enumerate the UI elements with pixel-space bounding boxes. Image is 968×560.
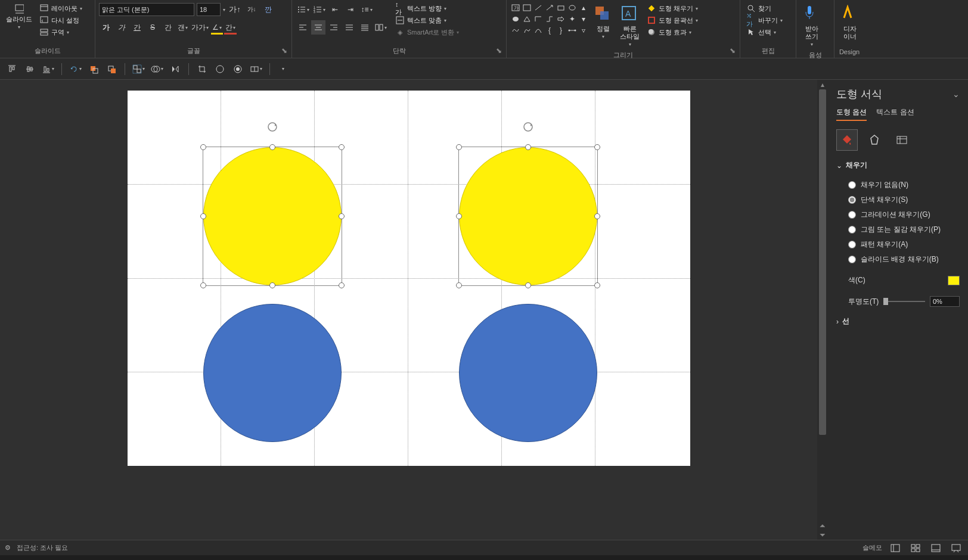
fill-line-tab-button[interactable] xyxy=(836,129,858,151)
shape-line-icon[interactable] xyxy=(533,2,544,13)
line-spacing-button[interactable]: ↕≡▾ xyxy=(359,2,374,17)
shape-oval-filled-icon[interactable] xyxy=(510,14,521,24)
shape-freeform-icon[interactable] xyxy=(522,25,532,36)
resize-handle-n[interactable] xyxy=(525,144,531,150)
resize-handle-ne[interactable] xyxy=(594,144,600,150)
resize-handle-sw[interactable] xyxy=(200,282,206,288)
view-normal-button[interactable] xyxy=(888,542,902,554)
view-slideshow-button[interactable] xyxy=(949,542,963,554)
reset-button[interactable]: 다시 설정 xyxy=(37,14,85,26)
scroll-next-button[interactable]: ⏷ xyxy=(817,530,828,540)
transparency-input[interactable] xyxy=(930,296,960,307)
paragraph-launcher[interactable]: ⬊ xyxy=(495,47,502,54)
align-justify-button[interactable] xyxy=(342,20,356,35)
rotate-handle[interactable] xyxy=(266,121,278,133)
select-button[interactable]: 선택 ▾ xyxy=(744,26,785,38)
merge-button[interactable]: ▾ xyxy=(150,62,165,76)
scroll-prev-button[interactable]: ⏶ xyxy=(817,521,828,530)
dictate-button[interactable]: 받아 쓰기 ▾ xyxy=(800,2,824,49)
shape-scribble-icon[interactable] xyxy=(510,25,521,36)
bullets-button[interactable]: ▾ xyxy=(296,2,311,17)
arrange-button[interactable]: 정렬 ▾ xyxy=(591,2,615,42)
shapes-more[interactable]: ▿ xyxy=(578,25,589,36)
shape-oval-blue-right[interactable] xyxy=(459,304,597,442)
resize-handle-e[interactable] xyxy=(339,213,345,219)
tab-shape-options[interactable]: 도형 옵션 xyxy=(836,107,867,121)
underline-button[interactable]: 간 xyxy=(130,20,144,35)
shape-star-icon[interactable]: ✦ xyxy=(567,14,578,24)
send-backward-button[interactable] xyxy=(104,62,119,76)
memo-button[interactable]: 슬메모 xyxy=(862,543,882,552)
more-button[interactable]: ▾ xyxy=(276,62,290,76)
shape-arc-icon[interactable] xyxy=(533,25,544,36)
shapes-scroll-up[interactable]: ▴ xyxy=(578,2,589,13)
new-slide-button[interactable]: 슬라이드 ▾ xyxy=(4,2,35,32)
align-center-button[interactable] xyxy=(311,20,325,35)
resize-handle-n[interactable] xyxy=(269,144,275,150)
resize-handle-w[interactable] xyxy=(200,213,206,219)
align-top-button[interactable] xyxy=(5,62,19,76)
fill-color-swatch[interactable] xyxy=(948,276,960,285)
font-size-select[interactable] xyxy=(197,3,221,16)
columns-button[interactable]: ▾ xyxy=(373,20,388,35)
scroll-up-button[interactable]: ▴ xyxy=(817,80,828,89)
format-pane-dropdown[interactable]: ⌄ xyxy=(953,89,960,99)
flip-button[interactable] xyxy=(168,62,182,76)
align-right-button[interactable] xyxy=(327,20,341,35)
fill-slidebg-radio[interactable]: 슬라이드 배경 채우기(B) xyxy=(848,254,960,265)
resize-handle-s[interactable] xyxy=(525,282,531,288)
increase-indent-button[interactable]: ⇥ xyxy=(343,2,358,17)
designer-button[interactable]: 디자 이너 xyxy=(838,2,862,43)
effects-tab-button[interactable] xyxy=(864,129,885,151)
rotate-handle[interactable] xyxy=(522,121,534,133)
shapes-scroll-down[interactable]: ▾ xyxy=(578,14,589,24)
shape-oval-blue-left[interactable] xyxy=(203,304,342,442)
shape-zconnector-icon[interactable] xyxy=(544,14,555,24)
shape-outline-button[interactable]: 도형 윤곽선 ▾ xyxy=(644,14,700,26)
fill-section-header[interactable]: ⌄ 채우기 xyxy=(836,160,960,170)
resize-handle-nw[interactable] xyxy=(456,144,462,150)
shape-arrow-icon[interactable] xyxy=(544,2,555,13)
view-reading-button[interactable] xyxy=(929,542,943,554)
shape-textbox-vert-icon[interactable] xyxy=(522,2,532,13)
shape-fill-button[interactable]: 도형 채우기 ▾ xyxy=(644,2,700,14)
decrease-font-button[interactable]: 가↓ xyxy=(244,2,259,17)
change-case-button[interactable]: 가가▾ xyxy=(190,20,210,35)
radio-off-button[interactable] xyxy=(213,62,227,76)
bring-forward-button[interactable] xyxy=(86,62,101,76)
shape-textbox-icon[interactable]: 가 xyxy=(510,2,521,13)
resize-handle-ne[interactable] xyxy=(339,144,345,150)
fill-none-radio[interactable]: 채우기 없음(N) xyxy=(848,180,960,190)
selection-box-left[interactable] xyxy=(203,147,342,286)
resize-handle-se[interactable] xyxy=(594,282,600,288)
font-color-button[interactable]: 간▾ xyxy=(224,20,237,35)
align-distribute-button[interactable] xyxy=(358,20,372,35)
align-left-button[interactable] xyxy=(296,20,310,35)
clear-formatting-button[interactable]: 깐 xyxy=(261,2,275,17)
slider-thumb[interactable] xyxy=(883,298,888,305)
crop-button[interactable] xyxy=(195,62,209,76)
decrease-indent-button[interactable]: ⇤ xyxy=(328,2,342,17)
layout-button[interactable]: 레이아웃 ▾ xyxy=(37,2,85,14)
rotate-button[interactable]: ▾ xyxy=(68,62,83,76)
strikethrough-button[interactable]: S xyxy=(145,20,160,35)
slide-canvas[interactable] xyxy=(128,91,690,466)
highlight-button[interactable]: ∠▾ xyxy=(211,20,223,35)
increase-font-button[interactable]: 가↑ xyxy=(228,2,242,17)
resize-handle-se[interactable] xyxy=(339,282,345,288)
resize-handle-s[interactable] xyxy=(269,282,275,288)
font-name-select[interactable] xyxy=(99,3,194,16)
size-button[interactable]: ▾ xyxy=(249,62,263,76)
accessibility-status[interactable]: 접근성: 조사 필요 xyxy=(17,543,68,552)
shape-lbrace-icon[interactable]: { xyxy=(544,25,555,36)
bold-button[interactable]: 가 xyxy=(99,20,113,35)
font-launcher[interactable]: ⬊ xyxy=(281,47,288,54)
size-tab-button[interactable] xyxy=(891,129,913,151)
drawing-launcher[interactable]: ⬊ xyxy=(729,47,736,54)
quick-styles-button[interactable]: A 빠른 스타일 ▾ xyxy=(618,2,642,49)
fill-gradient-radio[interactable]: 그라데이션 채우기(G) xyxy=(848,210,960,220)
radio-on-button[interactable] xyxy=(231,62,245,76)
fill-solid-radio[interactable]: 단색 채우기(S) xyxy=(848,195,960,205)
vertical-scrollbar[interactable]: ▴ ⏶ ⏷ xyxy=(817,80,828,540)
group-button[interactable]: ▾ xyxy=(131,62,146,76)
